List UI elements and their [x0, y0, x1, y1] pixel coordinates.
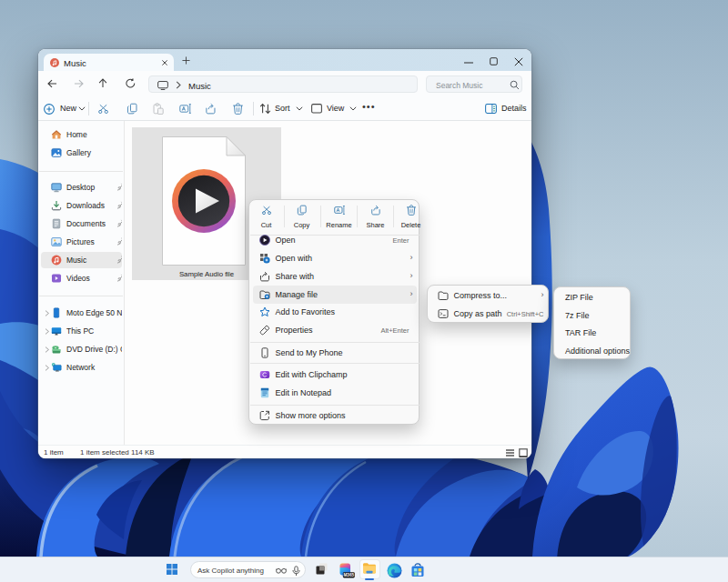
svg-text:M365: M365 [344, 573, 355, 577]
